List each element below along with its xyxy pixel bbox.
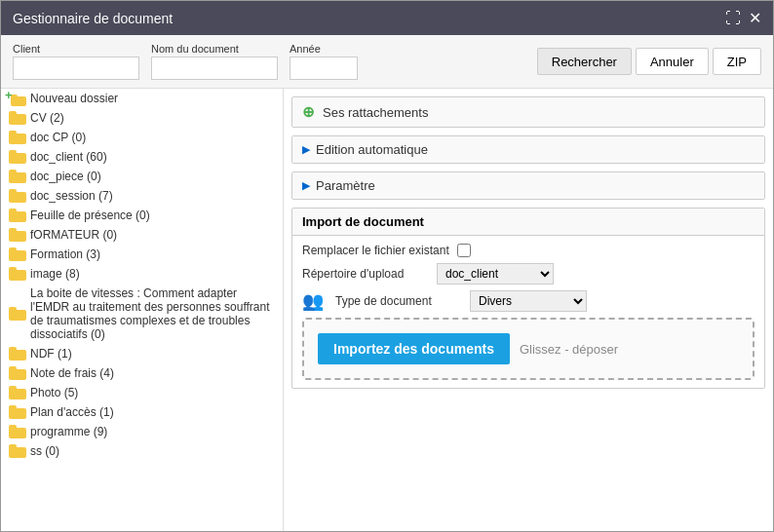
tree-item-photo[interactable]: Photo (5) [1,383,283,402]
tree-item-ss[interactable]: ss (0) [1,441,283,461]
doc-name-field: Nom du document [151,43,278,80]
tree-item-label: CV (2) [30,111,64,125]
close-button[interactable]: ✕ [749,9,761,27]
folder-icon [9,228,26,242]
tree-item-label: doc_piece (0) [30,170,101,183]
tree-item-doc-cp[interactable]: doc CP (0) [1,128,283,147]
tree-item-doc-piece[interactable]: doc_piece (0) [1,167,283,186]
rattachements-header[interactable]: ⊕ Ses rattachements [292,97,764,127]
parametre-expand-icon: ▶ [302,179,310,192]
tree-item-plan-acces[interactable]: Plan d'accès (1) [1,402,283,422]
edition-header[interactable]: ▶ Edition automatique [292,136,764,163]
folder-icon [9,209,26,222]
replace-label: Remplacer le fichier existant [302,244,449,257]
tree-item-label: image (8) [30,267,80,281]
import-section: Import de document Remplacer le fichier … [291,208,765,389]
window-title: Gestionnaire de document [13,11,173,26]
doc-name-input[interactable] [151,57,278,80]
year-input[interactable] [290,57,358,80]
tree-item-label: doc_session (7) [30,189,113,203]
tree-item-label: doc_client (60) [30,150,107,164]
tree-item-label: Formation (3) [30,247,100,261]
tree-item-nouveau-dossier[interactable]: + Nouveau dossier [1,89,283,108]
import-button[interactable]: Importez des documents [318,333,510,364]
type-doc-select[interactable]: Divers CV Formation Photo [470,290,587,312]
tree-item-label: Feuille de présence (0) [30,209,150,222]
tree-item-label: programme (9) [30,425,107,438]
folder-icon [9,307,26,321]
tree-item-label: Photo (5) [30,386,78,399]
import-body: Remplacer le fichier existant Répertoire… [292,236,764,388]
tree-item-doc-client[interactable]: doc_client (60) [1,147,283,167]
folder-icon [9,366,26,380]
toolbar-buttons: Rechercher Annuler ZIP [537,48,761,75]
upload-dir-select[interactable]: doc_client CV Formation image [437,263,554,285]
tree-item-label: La boite de vitesses : Comment adapter l… [30,286,275,341]
maximize-button[interactable]: ⛶ [725,9,741,27]
parametre-label: Paramètre [316,178,375,193]
folder-icon [9,131,26,144]
parametre-section: ▶ Paramètre [291,171,765,200]
search-button[interactable]: Rechercher [537,48,632,75]
edition-section: ▶ Edition automatique [291,135,765,164]
tree-item-label: NDF (1) [30,347,72,361]
folder-icon [9,405,26,419]
folder-icon [9,189,26,203]
year-label: Année [290,43,358,55]
cancel-button[interactable]: Annuler [636,48,709,75]
right-panel: ⊕ Ses rattachements ▶ Edition automatiqu… [284,89,773,531]
tree-item-formateur[interactable]: fORMATEUR (0) [1,225,283,245]
folder-icon [9,111,26,125]
folder-icon [9,444,26,458]
folder-icon [9,150,26,164]
zip-button[interactable]: ZIP [713,48,761,75]
edition-expand-icon: ▶ [302,143,310,156]
tree-item-note-frais[interactable]: Note de frais (4) [1,363,283,383]
folder-icon [9,247,26,261]
import-title: Import de document [292,209,764,236]
year-field: Année [290,43,358,80]
rattachements-label: Ses rattachements [323,105,428,120]
replace-checkbox[interactable] [457,244,471,257]
tree-item-formation[interactable]: Formation (3) [1,245,283,264]
tree-item-label: fORMATEUR (0) [30,228,117,242]
replace-row: Remplacer le fichier existant [302,244,755,257]
users-icon: 👥 [302,290,324,312]
titlebar-controls: ⛶ ✕ [725,9,761,27]
client-input[interactable] [13,57,139,80]
tree-item-label: doc CP (0) [30,131,86,144]
edition-label: Edition automatique [316,142,428,157]
upload-dir-row: Répertoire d'upload doc_client CV Format… [302,263,755,285]
drop-text: Glissez - déposer [520,342,618,357]
folder-icon [9,425,26,438]
rattachements-icon: ⊕ [302,103,315,121]
type-doc-label: Type de document [335,294,462,308]
tree-item-label: ss (0) [30,444,59,458]
tree-item-cv[interactable]: CV (2) [1,108,283,128]
titlebar: Gestionnaire de document ⛶ ✕ [1,1,773,35]
upload-dir-label: Répertoire d'upload [302,267,429,281]
folder-icon [9,386,26,399]
folder-icon [9,170,26,183]
tree-item-label: Note de frais (4) [30,366,114,380]
folder-icon [9,347,26,361]
tree-item-image[interactable]: image (8) [1,264,283,284]
doc-name-label: Nom du document [151,43,278,55]
tree-item-label: Plan d'accès (1) [30,405,114,419]
new-folder-icon: + [9,92,26,105]
folder-icon [9,267,26,281]
tree-item-label: Nouveau dossier [30,92,118,105]
rattachements-section: ⊕ Ses rattachements [291,96,765,128]
main-content: + Nouveau dossier CV (2) doc CP (0) doc_… [1,89,773,531]
tree-item-boite-vitesses[interactable]: La boite de vitesses : Comment adapter l… [1,284,283,344]
tree-item-programme[interactable]: programme (9) [1,422,283,441]
tree-item-feuille-presence[interactable]: Feuille de présence (0) [1,206,283,225]
left-panel: + Nouveau dossier CV (2) doc CP (0) doc_… [1,89,284,531]
drop-zone[interactable]: Importez des documents Glissez - déposer [302,318,755,380]
client-label: Client [13,43,139,55]
type-doc-row: 👥 Type de document Divers CV Formation P… [302,290,755,312]
tree-item-doc-session[interactable]: doc_session (7) [1,186,283,206]
toolbar: Client Nom du document Année Rechercher … [1,35,773,89]
tree-item-ndf[interactable]: NDF (1) [1,344,283,363]
parametre-header[interactable]: ▶ Paramètre [292,172,764,199]
